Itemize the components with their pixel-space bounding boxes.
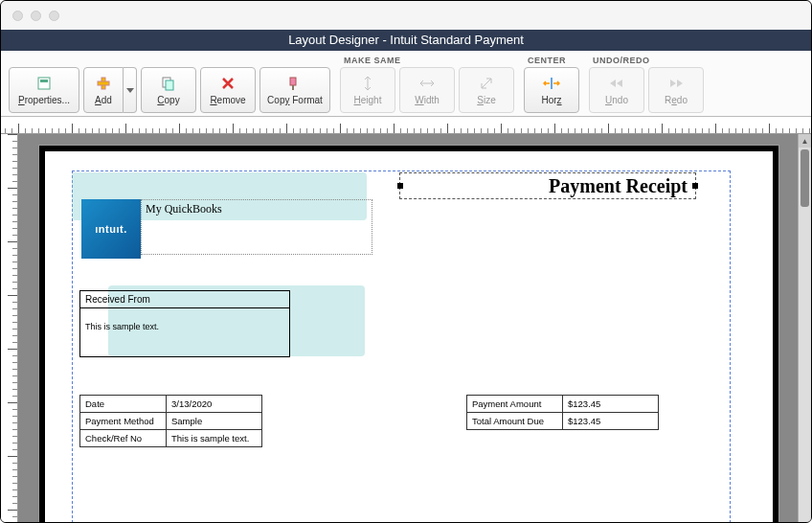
app-title: Layout Designer - Intuit Standard Paymen…: [1, 30, 811, 51]
copy-button[interactable]: Copy: [141, 67, 196, 113]
svg-rect-7: [292, 85, 294, 90]
logo-text: ıntuıt.: [95, 223, 126, 235]
undo-button: Undo: [589, 67, 644, 113]
width-icon: [419, 75, 435, 92]
received-from-box[interactable]: Received From This is sample text.: [79, 290, 290, 357]
table-row: Payment MethodSample: [80, 413, 262, 430]
table-row: Total Amount Due$123.45: [467, 413, 659, 430]
table-row: Check/Ref NoThis is sample text.: [80, 430, 262, 447]
details-table-left[interactable]: Date3/13/2020 Payment MethodSample Check…: [79, 395, 262, 447]
page[interactable]: Payment Receipt ıntuıt. My QuickBooks Re…: [39, 146, 778, 523]
remove-icon: [221, 75, 235, 92]
width-button: Width: [399, 67, 455, 113]
copy-icon: [161, 75, 176, 92]
add-dropdown[interactable]: [124, 67, 137, 113]
canvas[interactable]: Payment Receipt ıntuıt. My QuickBooks Re…: [18, 134, 811, 523]
table-row: Payment Amount$123.45: [467, 396, 659, 413]
undo-icon: [608, 75, 625, 92]
scroll-up-icon[interactable]: ▲: [799, 134, 811, 148]
center-label: CENTER: [528, 56, 579, 65]
window-titlebar: [1, 1, 811, 30]
size-button: Size: [459, 67, 514, 113]
add-button[interactable]: Add: [83, 67, 124, 113]
height-icon: [361, 75, 374, 92]
table-row: Date3/13/2020: [80, 396, 262, 413]
properties-icon: [36, 75, 52, 92]
svg-rect-5: [166, 80, 173, 90]
company-name-text: My QuickBooks: [146, 202, 222, 216]
size-icon: [480, 75, 493, 92]
properties-button[interactable]: Properties...: [9, 67, 79, 113]
title-text: Payment Receipt: [549, 175, 688, 196]
paintbrush-icon: [287, 75, 303, 92]
remove-button[interactable]: Remove: [200, 67, 256, 113]
received-from-label: Received From: [80, 291, 289, 308]
horizontal-ruler: [1, 117, 811, 134]
traffic-light-minimize[interactable]: [31, 11, 41, 21]
redo-icon: [667, 75, 685, 92]
height-button: Height: [340, 67, 395, 113]
logo[interactable]: ıntuıt.: [81, 199, 141, 259]
company-name-field[interactable]: My QuickBooks: [141, 199, 372, 255]
svg-rect-0: [38, 78, 50, 89]
received-from-body: This is sample text.: [80, 308, 289, 356]
undo-redo-label: UNDO/REDO: [593, 56, 704, 65]
redo-button: Redo: [648, 67, 704, 113]
toolbar: Properties... Add Copy Remove Copy Forma…: [1, 51, 811, 117]
center-horz-icon: [543, 75, 560, 92]
horz-button[interactable]: Horz: [524, 67, 579, 113]
plus-icon: [97, 75, 110, 92]
traffic-light-close[interactable]: [12, 11, 23, 21]
details-table-right[interactable]: Payment Amount$123.45 Total Amount Due$1…: [466, 395, 659, 430]
svg-rect-3: [98, 81, 109, 85]
vertical-ruler: [1, 134, 18, 523]
vertical-scrollbar[interactable]: ▲ ▼: [798, 134, 811, 523]
svg-rect-1: [40, 80, 48, 82]
scroll-thumb[interactable]: [801, 149, 809, 207]
title-field[interactable]: Payment Receipt: [399, 172, 696, 199]
copy-format-button[interactable]: Copy Format: [259, 67, 330, 113]
traffic-light-zoom[interactable]: [49, 11, 59, 21]
svg-rect-6: [290, 78, 296, 85]
make-same-label: MAKE SAME: [344, 56, 514, 65]
